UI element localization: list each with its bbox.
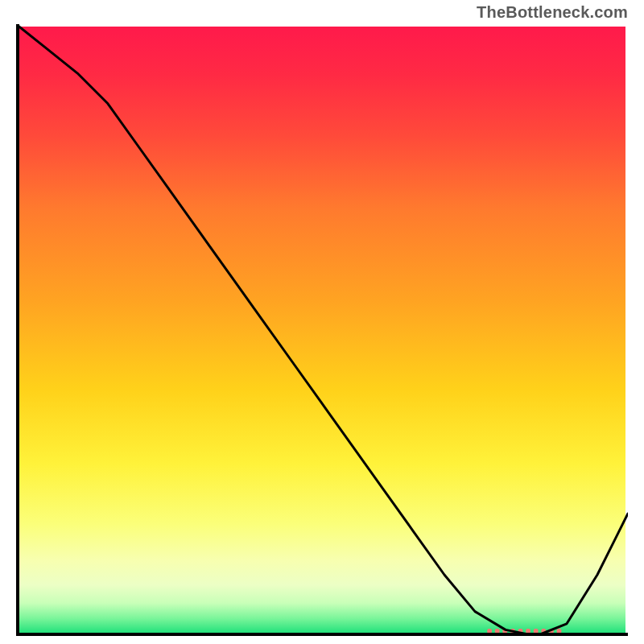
chart-container	[16, 24, 628, 636]
watermark-text: TheBottleneck.com	[477, 3, 628, 22]
chart-svg	[16, 24, 628, 636]
chart-background	[19, 27, 625, 634]
